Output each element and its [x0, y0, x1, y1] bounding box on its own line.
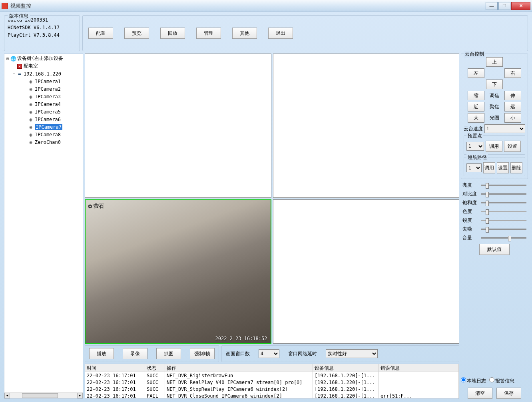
ptz-far-button[interactable]: 远 [504, 102, 521, 111]
ptz-iris-label: 光圈 [486, 113, 503, 123]
ptz-down-button[interactable]: 下 [486, 80, 503, 89]
ptz-speed-label: 云台速度 [464, 125, 483, 132]
playback-controls: 播放 录像 抓图 强制I帧 [85, 345, 219, 362]
record-button[interactable]: 录像 [123, 348, 147, 359]
tree-camera-IPCamera3[interactable]: ◉IPCamera3 [5, 93, 82, 100]
expand-icon[interactable]: ⊟ [12, 72, 16, 76]
config-button[interactable]: 配置 [88, 28, 113, 39]
brightness-slider[interactable] [481, 185, 526, 186]
wndnum-label: 画面窗口数 [226, 350, 250, 357]
video-cell-2[interactable] [273, 54, 460, 198]
video-cell-4[interactable] [273, 199, 460, 344]
preset-set-button[interactable]: 设置 [504, 141, 521, 152]
maximize-button[interactable] [498, 2, 510, 10]
local-log-radio[interactable]: 本地日志 [461, 377, 486, 384]
cruise-del-button[interactable]: 删除 [510, 162, 522, 173]
titlebar: 视频监控 [0, 0, 532, 12]
saturation-label: 饱和度 [462, 199, 479, 206]
tree-root[interactable]: ⊟ 🌐 设备树(右击添加设备 [5, 55, 82, 62]
video-cell-3[interactable]: ✿萤石 2022 2 23 16:18:52 [85, 199, 271, 344]
clear-log-button[interactable]: 清空 [468, 388, 492, 399]
video-grid: ✿萤石 2022 2 23 16:18:52 [85, 54, 459, 344]
log-row[interactable]: 22-02-23 16:17:01SUCCNET_DVR_StopRealPla… [85, 386, 459, 392]
tree-camera-IPCamera4[interactable]: ◉IPCamera4 [5, 100, 82, 108]
camera-icon: ◉ [28, 86, 34, 92]
log-row[interactable]: 22-02-23 16:17:01SUCCNET_DVR_RealPlay_V4… [85, 379, 459, 386]
playback-button[interactable]: 回放 [160, 28, 185, 39]
alarm-log-radio[interactable]: 报警信息 [489, 377, 514, 384]
close-button[interactable] [511, 2, 530, 10]
denoise-slider[interactable] [481, 229, 526, 230]
window-settings: 画面窗口数 4 窗口网络延时 实时性好 [221, 345, 459, 362]
log-row[interactable]: 22-02-23 16:17:01FAILNET_DVR_CloseSound … [85, 392, 459, 398]
log-row[interactable]: 22-02-23 16:17:01SUCCNET_DVR_RigisterDra… [85, 372, 459, 379]
scroll-right-icon[interactable]: ▶ [77, 393, 83, 398]
exit-button[interactable]: 退出 [268, 28, 293, 39]
device-tree[interactable]: ⊟ 🌐 设备树(右击添加设备 ✕ 配电室 ⊟ ▬ 192.168.1.220 ◉… [4, 54, 83, 399]
saturation-slider[interactable] [481, 202, 526, 203]
ptz-focus-label: 调焦 [486, 91, 503, 100]
ptz-near-button[interactable]: 近 [468, 102, 484, 111]
tree-camera-IPCamera2[interactable]: ◉IPCamera2 [5, 85, 82, 93]
log-col-op[interactable]: 操作 [165, 364, 313, 372]
preset-group: 预置点 1 调用 设置 [464, 135, 525, 155]
camera-icon: ◉ [28, 79, 34, 84]
hue-slider[interactable] [481, 211, 526, 212]
iframe-button[interactable]: 强制I帧 [190, 348, 215, 359]
camera-icon: ◉ [28, 132, 34, 137]
tree-camera-IPCamera6[interactable]: ◉IPCamera6 [5, 115, 82, 123]
netdelay-select[interactable]: 实时性好 [326, 349, 378, 358]
sharpness-slider[interactable] [481, 220, 526, 221]
camera-icon: ◉ [28, 117, 34, 122]
version-legend: 版本信息 [8, 12, 30, 20]
tree-room[interactable]: ✕ 配电室 [5, 62, 82, 70]
cruise-call-button[interactable]: 调用 [483, 162, 495, 173]
log-col-dev[interactable]: 设备信息 [313, 364, 379, 372]
scroll-left-icon[interactable]: ◀ [4, 393, 10, 398]
cruise-select[interactable]: 1 [466, 163, 482, 172]
preset-select[interactable]: 1 [466, 142, 484, 151]
tree-camera-IPCamera7[interactable]: ◉IPCamera7 [5, 123, 82, 131]
ptz-left-button[interactable]: 左 [468, 68, 484, 78]
preset-call-button[interactable]: 调用 [486, 141, 502, 152]
save-log-button[interactable]: 保存 [496, 388, 521, 399]
netdelay-label: 窗口网络延时 [288, 350, 317, 357]
expand-icon[interactable]: ⊟ [5, 56, 10, 61]
camera-feed: ✿萤石 2022 2 23 16:18:52 [86, 200, 271, 343]
camera-icon: ◉ [28, 139, 34, 145]
error-icon: ✕ [16, 64, 23, 69]
ptz-small-button[interactable]: 小 [504, 113, 521, 123]
ptz-up-button[interactable]: 上 [486, 57, 503, 67]
scroll-thumb[interactable] [22, 393, 58, 398]
manage-button[interactable]: 管理 [196, 28, 221, 39]
wndnum-select[interactable]: 4 [259, 349, 279, 358]
tree-hscrollbar[interactable]: ◀ ▶ [4, 392, 83, 398]
log-col-state[interactable]: 状态 [145, 364, 165, 372]
play-button[interactable]: 播放 [89, 348, 114, 359]
other-button[interactable]: 其他 [232, 28, 257, 39]
tree-camera-IPCamera8[interactable]: ◉IPCamera8 [5, 131, 82, 138]
tree-camera-IPCamera5[interactable]: ◉IPCamera5 [5, 108, 82, 115]
ptz-focuspt-label: 聚焦 [486, 102, 503, 111]
capture-button[interactable]: 抓图 [156, 348, 181, 359]
preview-button[interactable]: 预览 [124, 28, 149, 39]
video-cell-1[interactable] [85, 54, 271, 198]
log-col-err[interactable]: 错误信息 [379, 364, 459, 372]
ptz-big-button[interactable]: 大 [468, 113, 484, 123]
contrast-slider[interactable] [481, 193, 526, 195]
ptz-control-group: 云台控制 上 左 右 下 缩 调焦 伸 近 聚焦 远 [461, 54, 528, 179]
minimize-button[interactable] [486, 2, 498, 10]
default-values-button[interactable]: 默认值 [479, 244, 510, 255]
tree-camera-ZeroChan0[interactable]: ◉ZeroChan0 [5, 138, 82, 146]
tree-camera-IPCamera1[interactable]: ◉IPCamera1 [5, 78, 82, 85]
cruise-set-button[interactable]: 设置 [497, 162, 509, 173]
ptz-zoomout-button[interactable]: 伸 [504, 91, 521, 100]
log-controls: 本地日志 报警信息 清空 保存 [461, 376, 528, 399]
tree-nvr[interactable]: ⊟ ▬ 192.168.1.220 [5, 70, 82, 78]
ptz-right-button[interactable]: 右 [504, 68, 521, 78]
volume-slider[interactable] [481, 237, 526, 239]
ptz-speed-select[interactable]: 1 [484, 124, 525, 133]
log-col-time[interactable]: 时间 [85, 364, 145, 372]
ptz-zoomin-button[interactable]: 缩 [468, 91, 484, 100]
version-playctrl: PlayCtrl V7.3.8.44 [8, 32, 76, 39]
